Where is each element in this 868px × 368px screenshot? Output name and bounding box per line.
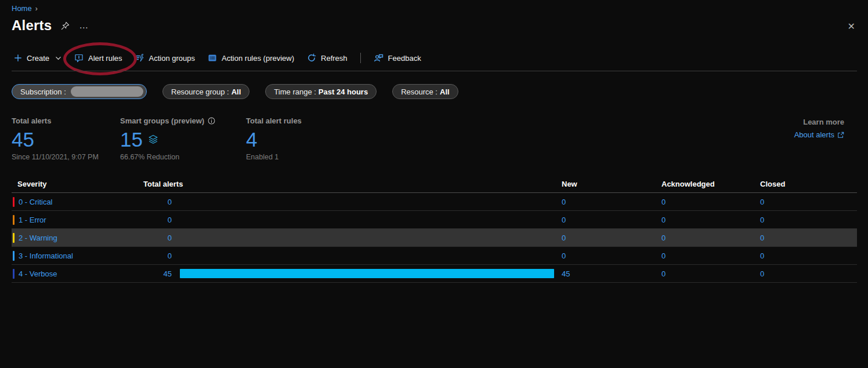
action-groups-button[interactable]: Action groups	[135, 53, 196, 63]
new-value[interactable]: 45	[562, 269, 570, 278]
resource-group-filter-label: Resource group :	[171, 88, 229, 96]
refresh-button-label: Refresh	[321, 54, 348, 63]
resource-filter-value: All	[440, 88, 450, 96]
more-options-icon[interactable]: …	[79, 23, 89, 28]
severity-link[interactable]: 3 - Informational	[19, 252, 73, 260]
closed-value[interactable]: 0	[760, 269, 764, 278]
closed-value[interactable]: 0	[760, 216, 764, 224]
command-bar: Create Alert rules Action groups	[14, 53, 421, 63]
time-range-filter-label: Time range :	[274, 88, 316, 96]
action-groups-button-label: Action groups	[149, 54, 196, 63]
breadcrumb-chevron-icon: ›	[35, 5, 38, 13]
column-header-total-alerts[interactable]: Total alerts	[143, 180, 562, 188]
breadcrumb-home-link[interactable]: Home	[12, 4, 32, 13]
action-rules-button[interactable]: Action rules (preview)	[208, 53, 294, 63]
title-bar: Alerts …	[12, 17, 89, 34]
total-alerts-stat-sub: Since 11/10/2021, 9:07 PM	[12, 153, 120, 161]
total-alerts-stat-label: Total alerts	[12, 116, 51, 125]
total-alerts-value[interactable]: 0	[168, 234, 172, 242]
feedback-icon	[374, 53, 384, 63]
action-groups-icon	[135, 53, 144, 63]
acknowledged-value[interactable]: 0	[661, 198, 666, 206]
breadcrumb: Home ›	[12, 4, 38, 13]
smart-groups-stat-value: 15	[120, 128, 143, 151]
acknowledged-value[interactable]: 0	[661, 252, 666, 260]
acknowledged-value[interactable]: 0	[661, 216, 666, 224]
total-alerts-value[interactable]: 0	[168, 216, 172, 224]
severity-link[interactable]: 2 - Warning	[19, 234, 57, 242]
total-alerts-value[interactable]: 0	[168, 252, 172, 260]
external-link-icon	[837, 132, 844, 139]
feedback-button-label: Feedback	[388, 54, 421, 63]
total-alerts-stat: Total alerts 45 Since 11/10/2021, 9:07 P…	[12, 116, 120, 161]
new-value[interactable]: 0	[562, 198, 566, 206]
severity-link[interactable]: 1 - Error	[19, 216, 46, 224]
alert-rules-stat-value: 4	[246, 128, 257, 151]
table-header: Severity Total alerts New Acknowledged C…	[12, 176, 857, 193]
new-value[interactable]: 0	[562, 216, 566, 224]
table-row-error: 1 - Error 0 0 0 0	[12, 211, 857, 229]
toolbar-divider	[360, 53, 361, 63]
column-header-severity[interactable]: Severity	[12, 180, 143, 188]
acknowledged-value[interactable]: 0	[661, 234, 666, 242]
total-alerts-stat-value: 45	[12, 128, 34, 151]
table-row-warning: 2 - Warning 0 0 0 0	[12, 229, 857, 247]
table-row-informational: 3 - Informational 0 0 0 0	[12, 247, 857, 265]
time-range-filter-pill[interactable]: Time range : Past 24 hours	[265, 84, 377, 99]
page-title: Alerts	[12, 17, 52, 34]
plus-icon	[14, 54, 22, 62]
action-rules-icon	[208, 53, 217, 63]
column-header-new[interactable]: New	[562, 180, 661, 188]
close-icon[interactable]: ✕	[848, 21, 855, 32]
refresh-button[interactable]: Refresh	[307, 53, 348, 63]
feedback-button[interactable]: Feedback	[374, 53, 421, 63]
about-alerts-link[interactable]: About alerts	[794, 130, 844, 139]
toolbar-rule	[12, 71, 857, 71]
resource-group-filter-pill[interactable]: Resource group : All	[162, 84, 249, 99]
filter-bar: Subscription : Resource group : All Time…	[12, 84, 458, 99]
layers-icon	[147, 134, 159, 145]
alerts-bar	[180, 269, 554, 278]
new-value[interactable]: 0	[562, 234, 566, 242]
smart-groups-stat-label: Smart groups (preview)	[120, 116, 204, 125]
refresh-icon	[307, 53, 316, 63]
table-row-critical: 0 - Critical 0 0 0 0	[12, 193, 857, 211]
alert-rules-button[interactable]: Alert rules	[74, 53, 122, 63]
summary-stats: Total alerts 45 Since 11/10/2021, 9:07 P…	[12, 116, 355, 161]
alert-rules-button-label: Alert rules	[88, 54, 122, 63]
closed-value[interactable]: 0	[760, 252, 764, 260]
severity-link[interactable]: 4 - Verbose	[19, 269, 57, 278]
severity-color-bar	[13, 197, 15, 207]
total-alerts-value[interactable]: 0	[168, 198, 172, 206]
smart-groups-stat-sub: 66.67% Reduction	[120, 153, 246, 161]
table-row-verbose: 4 - Verbose 45 45 0 0	[12, 265, 857, 283]
about-alerts-link-label: About alerts	[794, 130, 834, 139]
column-header-closed[interactable]: Closed	[760, 180, 857, 188]
alert-rules-stat-label: Total alert rules	[246, 116, 302, 125]
learn-more-block: Learn more About alerts	[794, 118, 844, 139]
resource-filter-pill[interactable]: Resource : All	[392, 84, 458, 99]
severity-color-bar	[13, 251, 15, 261]
closed-value[interactable]: 0	[760, 198, 764, 206]
total-alerts-value[interactable]: 45	[164, 269, 172, 278]
severity-color-bar	[13, 269, 15, 279]
column-header-acknowledged[interactable]: Acknowledged	[661, 180, 760, 188]
alerts-page: Home › Alerts … ✕ Create A	[0, 0, 868, 368]
severity-link[interactable]: 0 - Critical	[19, 198, 53, 206]
alert-rules-stat: Total alert rules 4 Enabled 1	[246, 116, 355, 161]
create-button[interactable]: Create	[14, 54, 62, 63]
resource-group-filter-value: All	[232, 88, 241, 96]
time-range-filter-value: Past 24 hours	[319, 88, 368, 96]
closed-value[interactable]: 0	[760, 234, 764, 242]
smart-groups-stat: Smart groups (preview) 15 66.67% Reducti…	[120, 116, 246, 161]
severity-color-bar	[13, 233, 15, 243]
new-value[interactable]: 0	[562, 252, 566, 260]
pin-icon[interactable]	[61, 21, 70, 30]
create-button-label: Create	[27, 54, 49, 63]
info-icon[interactable]	[208, 117, 215, 125]
subscription-filter-value-redacted	[71, 86, 143, 97]
action-rules-button-label: Action rules (preview)	[222, 54, 294, 63]
subscription-filter-pill[interactable]: Subscription :	[12, 84, 147, 99]
severity-table: Severity Total alerts New Acknowledged C…	[12, 176, 857, 283]
acknowledged-value[interactable]: 0	[661, 269, 666, 278]
